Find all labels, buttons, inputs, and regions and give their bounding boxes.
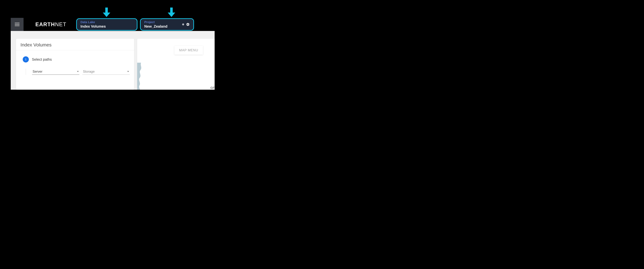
project-label: Project [144, 20, 168, 24]
hamburger-icon [15, 23, 20, 26]
gear-icon [186, 23, 190, 26]
top-bar: EARTHNET Data Lake Index Volumes Project… [11, 18, 214, 31]
status-dot-icon [182, 24, 184, 25]
logo-bold: EARTH [36, 22, 55, 27]
storage-select-label: Storage [83, 70, 95, 74]
hamburger-menu-button[interactable] [11, 18, 24, 31]
logo: EARTHNET [24, 18, 76, 31]
data-lake-selector[interactable]: Data Lake Index Volumes [76, 18, 138, 31]
chevron-down-icon [77, 71, 79, 72]
logo-light: NET [55, 22, 66, 27]
attention-arrow-icon [168, 8, 175, 17]
attention-arrow-icon [103, 8, 110, 17]
map-menu-button[interactable]: MAP MENU [174, 46, 203, 55]
server-select[interactable]: Server [32, 69, 80, 75]
data-lake-value: Index Volumes [80, 24, 133, 29]
chevron-down-icon [127, 71, 129, 72]
map-attribution: GF [210, 86, 214, 90]
storage-select[interactable]: Storage [82, 69, 130, 75]
content-area: Index Volumes 1 Select paths Server Stor… [11, 31, 214, 90]
step-number-badge: 1 [23, 56, 29, 63]
project-value: New_Zealand [144, 24, 168, 29]
data-lake-label: Data Lake [80, 20, 133, 24]
project-selector[interactable]: Project New_Zealand [140, 18, 194, 31]
card-title: Index Volumes [20, 42, 130, 48]
map-panel[interactable]: MAP MENU GF [137, 39, 214, 90]
map-coastline [137, 63, 161, 90]
step-label: Select paths [32, 57, 52, 62]
project-settings-button[interactable] [186, 23, 190, 26]
index-volumes-card: Index Volumes 1 Select paths Server Stor… [16, 39, 134, 90]
server-select-label: Server [32, 70, 42, 74]
step-1: 1 Select paths [23, 56, 130, 63]
